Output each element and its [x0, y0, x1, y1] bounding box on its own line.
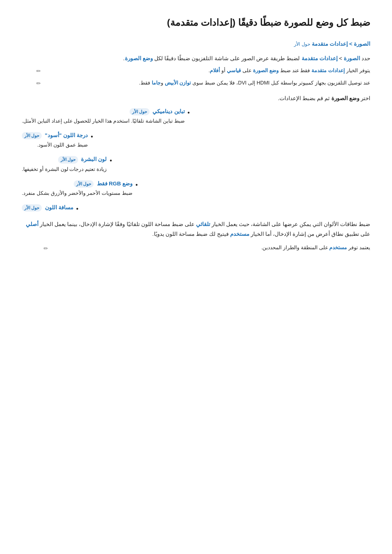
- bullet-circle-5[interactable]: حول الأر: [22, 204, 42, 212]
- note-1-movie: أفلام: [210, 67, 220, 73]
- bullet-circle-1[interactable]: حول الأر: [130, 108, 150, 115]
- breadcrumb-text: الصورة > إعدادات متقدمة حول الأر: [294, 41, 370, 47]
- breadcrumb: الصورة > إعدادات متقدمة حول الأر: [22, 39, 370, 49]
- bullet-content-2: درجة اللون "أسود" حول الأر ضبط عمق اللون…: [22, 131, 88, 149]
- color-space-note: يعتمد توفر مستخدم على المنطقة والطراز ال…: [44, 244, 370, 253]
- bullet-title-4: وضع RGB فقط حول الأر: [22, 179, 132, 188]
- bullet-content-4: وضع RGB فقط حول الأر ضبط مستويات الأحمر …: [22, 179, 132, 198]
- bullet-item-3: لون البشرة حول الأر زيادة تعتيم درجات لو…: [22, 155, 370, 173]
- note-2-gamma: جاما: [152, 80, 161, 86]
- pencil-icon-1: ✏: [36, 66, 41, 76]
- bullet-item-4: وضع RGB فقط حول الأر ضبط مستويات الأحمر …: [22, 179, 370, 198]
- bullet-title-text-3: لون البشرة: [81, 156, 107, 162]
- bullet-title-1: تباين ديناميكي حول الأر: [22, 107, 185, 116]
- page-title: ضبط كل وضع للصورة ضبطًا دقيقًا (إعدادات …: [22, 15, 370, 30]
- note-1-mode: وضع الصورة: [253, 67, 279, 73]
- pencil-icon-3: ✏: [44, 244, 48, 253]
- intro-link-picture[interactable]: الصورة: [344, 55, 360, 61]
- choose-mode: وضع الصورة: [331, 95, 359, 101]
- bullet-title-text-5: مسافة اللون: [45, 204, 73, 210]
- bullet-content-3: لون البشرة حول الأر زيادة تعتيم درجات لو…: [22, 155, 107, 173]
- note-1-advanced: إعدادات متقدمة: [311, 67, 345, 73]
- bullet-item-2: درجة اللون "أسود" حول الأر ضبط عمق اللون…: [22, 131, 370, 149]
- color-space-paragraph: ضبط نطاقات الألوان التي يمكن عرضها على ا…: [22, 219, 370, 238]
- cs-custom: مستخدم: [230, 231, 249, 237]
- bullet-circle-2[interactable]: حول الأر: [22, 132, 42, 139]
- bullet-title-text-1: تباين ديناميكي: [152, 108, 184, 114]
- bullet-desc-3: زيادة تعتيم درجات لون البشرة أو تخفيفها.: [22, 165, 107, 174]
- bullet-title-5: مسافة اللون حول الأر: [22, 203, 73, 212]
- note-2: عند توصيل التلفزيون بجهاز كمبيوتر بواسطة…: [36, 79, 370, 88]
- bullet-item-5: مسافة اللون حول الأر: [22, 203, 370, 215]
- bullet-title-2: درجة اللون "أسود" حول الأر: [22, 131, 88, 140]
- section-choose: اختر وضع الصورة ثم قم بضبط الإعدادات.: [22, 94, 370, 103]
- bullet-desc-4: ضبط مستويات الأحمر والأخضر والأزرق بشكل …: [22, 189, 132, 198]
- bullet-title-text-4: وضع RGB فقط: [97, 180, 133, 186]
- cs-note-custom: مستخدم: [329, 245, 347, 250]
- intro-link-mode[interactable]: وضع الصورة: [125, 55, 153, 61]
- note-2-text: عند توصيل التلفزيون بجهاز كمبيوتر بواسطة…: [44, 79, 370, 87]
- bullet-title-3: لون البشرة حول الأر: [22, 155, 107, 164]
- note-1: يتوفر الخيار إعدادات متقدمة فقط عند ضبط …: [36, 66, 370, 76]
- intro-block: حدد الصورة > إعدادات متقدمة لضبط طريقة ع…: [22, 54, 370, 63]
- bullet-desc-2: ضبط عمق اللون الأسود.: [22, 141, 88, 149]
- pencil-icon-2: ✏: [36, 79, 41, 88]
- bullet-circle-4[interactable]: حول الأر: [74, 180, 94, 188]
- intro-link-advanced[interactable]: إعدادات متقدمة: [302, 55, 338, 61]
- bullet-title-text-2: درجة اللون "أسود": [45, 132, 88, 138]
- bullet-desc-1: ضبط تباين الشاشة تلقائيًا. استخدم هذا ال…: [22, 117, 185, 126]
- cs-auto: تلقائي: [196, 221, 210, 227]
- note-2-balance: توازن الأبيض: [165, 80, 191, 86]
- breadcrumb-link[interactable]: الصورة > إعدادات متقدمة: [312, 41, 370, 47]
- color-space-note-text: يعتمد توفر مستخدم على المنطقة والطراز ال…: [51, 244, 370, 252]
- bullet-content-1: تباين ديناميكي حول الأر ضبط تباين الشاشة…: [22, 107, 185, 126]
- bullet-list: تباين ديناميكي حول الأر ضبط تباين الشاشة…: [22, 107, 370, 215]
- breadcrumb-circle: حول الأر: [294, 41, 310, 47]
- bullet-item-1: تباين ديناميكي حول الأر ضبط تباين الشاشة…: [22, 107, 370, 126]
- bullet-circle-3[interactable]: حول الأر: [58, 156, 78, 163]
- cs-original: أصلي: [26, 221, 38, 227]
- bullet-content-5: مسافة اللون حول الأر: [22, 203, 73, 212]
- note-1-text: يتوفر الخيار إعدادات متقدمة فقط عند ضبط …: [44, 66, 370, 75]
- note-1-standard: قياسي: [227, 67, 241, 73]
